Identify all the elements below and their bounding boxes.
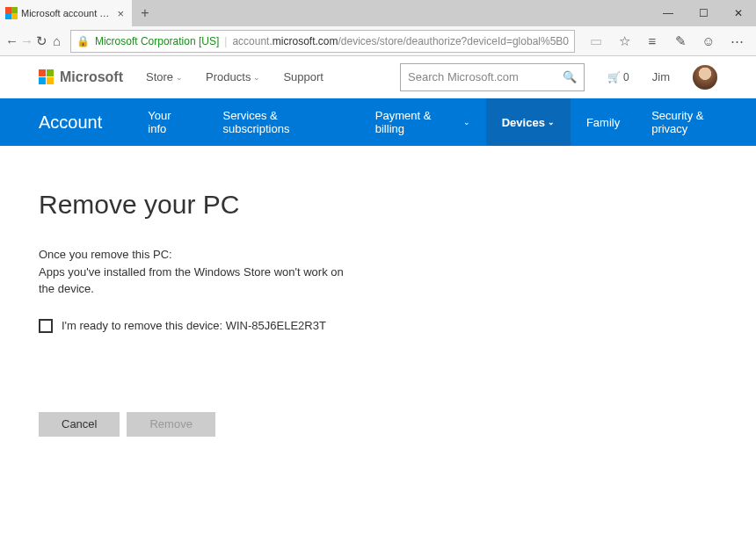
share-icon[interactable]: ☺: [694, 28, 723, 54]
favorite-icon[interactable]: ☆: [610, 28, 638, 54]
lock-icon: 🔒: [76, 35, 90, 47]
browser-titlebar: Microsoft account | Rem × + — ☐ ✕: [0, 0, 756, 26]
avatar[interactable]: [693, 65, 717, 90]
nav-products[interactable]: Products⌄: [206, 70, 260, 83]
close-tab-icon[interactable]: ×: [114, 7, 127, 20]
forward-button[interactable]: →: [20, 28, 33, 54]
account-brand[interactable]: Account: [39, 98, 132, 146]
nav-family[interactable]: Family: [571, 98, 636, 146]
hub-icon[interactable]: ≡: [638, 28, 666, 54]
chevron-down-icon: ⌄: [548, 118, 555, 127]
page-content: Remove your PC Once you remove this PC: …: [0, 146, 756, 481]
minimize-button[interactable]: —: [651, 0, 686, 26]
close-window-button[interactable]: ✕: [721, 0, 756, 26]
confirm-label: I'm ready to remove this device: WIN-85J…: [62, 319, 326, 332]
nav-support[interactable]: Support: [283, 70, 323, 83]
page-title: Remove your PC: [39, 190, 717, 220]
confirm-row: I'm ready to remove this device: WIN-85J…: [39, 319, 717, 333]
nav-your-info[interactable]: Your info: [132, 98, 207, 146]
confirm-checkbox[interactable]: [39, 319, 53, 333]
cart-icon: 🛒: [607, 71, 621, 83]
reading-view-icon[interactable]: ▭: [582, 28, 610, 54]
chevron-down-icon: ⌄: [176, 73, 183, 82]
remove-button[interactable]: Remove: [127, 412, 214, 437]
notes-icon[interactable]: ✎: [666, 28, 694, 54]
nav-payment[interactable]: Payment & billing⌄: [360, 98, 486, 146]
refresh-button[interactable]: ↻: [35, 28, 48, 54]
home-button[interactable]: ⌂: [50, 28, 63, 54]
cert-label: Microsoft Corporation [US]: [95, 35, 219, 47]
search-input[interactable]: Search Microsoft.com 🔍: [400, 63, 585, 91]
new-tab-button[interactable]: +: [132, 0, 158, 26]
microsoft-logo[interactable]: Microsoft: [39, 69, 123, 85]
cart-count: 0: [623, 71, 629, 83]
tab-favicon: [5, 7, 18, 19]
nav-store[interactable]: Store⌄: [146, 70, 183, 83]
nav-security[interactable]: Security & privacy: [636, 98, 756, 146]
tab-title: Microsoft account | Rem: [21, 8, 111, 18]
username[interactable]: Jim: [652, 70, 670, 83]
cancel-button[interactable]: Cancel: [39, 412, 120, 437]
chevron-down-icon: ⌄: [253, 73, 260, 82]
browser-toolbar: ← → ↻ ⌂ 🔒 Microsoft Corporation [US] | a…: [0, 26, 756, 56]
chevron-down-icon: ⌄: [463, 118, 470, 127]
site-header: Microsoft Store⌄ Products⌄ Support Searc…: [0, 56, 756, 98]
more-icon[interactable]: ⋯: [723, 28, 751, 54]
cart-button[interactable]: 🛒0: [607, 71, 629, 83]
browser-tab[interactable]: Microsoft account | Rem ×: [0, 0, 132, 26]
logo-text: Microsoft: [60, 69, 123, 85]
search-placeholder: Search Microsoft.com: [408, 70, 519, 83]
search-icon[interactable]: 🔍: [563, 70, 577, 83]
address-bar[interactable]: 🔒 Microsoft Corporation [US] | account.m…: [70, 30, 575, 53]
back-button[interactable]: ←: [5, 28, 18, 54]
maximize-button[interactable]: ☐: [686, 0, 721, 26]
nav-devices[interactable]: Devices⌄: [486, 98, 571, 146]
url-text: account.microsoft.com/devices/store/deau…: [232, 35, 569, 47]
account-nav: Account Your info Services & subscriptio…: [0, 98, 756, 146]
intro-text: Once you remove this PC: Apps you've ins…: [39, 246, 355, 298]
nav-services[interactable]: Services & subscriptions: [207, 98, 360, 146]
